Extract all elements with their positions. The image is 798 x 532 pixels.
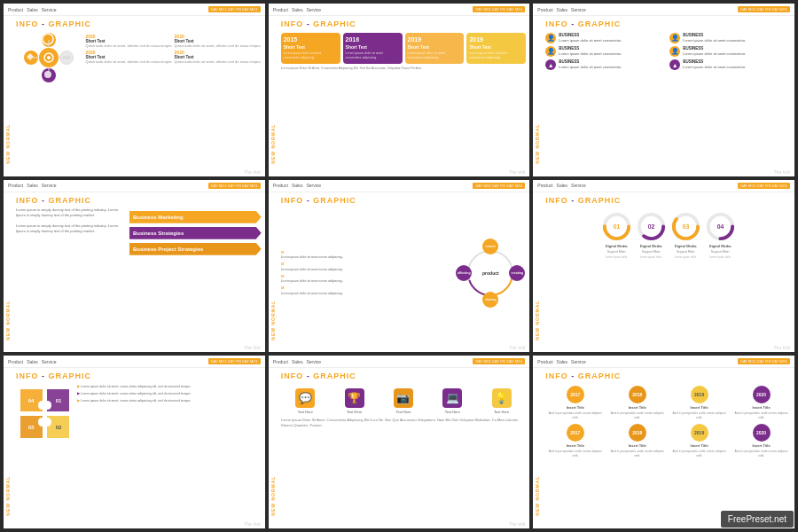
timeline-text-1-2: And in perspiciatis unde omnis adipisci … [607,411,667,420]
cycle-diagram: master creating sharing affecting produc… [455,238,526,309]
slide-2-body: NEW NORMAL INFO - GRAPHIC 2015 Short Tex… [269,16,530,168]
bulb-icon: 💡 [492,388,512,408]
ribbon-1: Business Marketing [129,211,262,223]
icon-row-1: 👤 BUSINESSLorem ipsum dolor sit amet con… [545,33,667,43]
card-4: 2019 Short Text Lorem ipsum dolor sit am… [466,33,526,64]
icon-col-3: 📷 Text Here [394,388,413,414]
nav-sales-8[interactable]: Sales [292,359,303,364]
timeline-label-2-2: Insert Title [629,443,646,448]
slide-1-header: Product Sales Service DAY MO1 DAY FRI DA… [4,4,265,16]
slide-7: Product Sales Service DAY MO1 DAY FRI DA… [4,356,265,528]
nav-service[interactable]: Service [42,7,57,12]
puzzle-graphic: 04 01 03 02 [16,385,74,442]
svg-text:03: 03 [682,223,689,230]
nav-sales-2[interactable]: Sales [292,7,303,12]
slide-1-footer: The Volt [4,168,265,176]
text-block-3: 2020 Short Text Quisit icula dolor sit a… [86,50,173,64]
nav-product-5[interactable]: Product [273,183,288,188]
nav-service-3[interactable]: Service [571,7,586,12]
cards-row: 2015 Short Text Lorem ipsum dolor sit am… [281,33,527,64]
nav-product-7[interactable]: Product [8,359,23,364]
nav-service-6[interactable]: Service [571,183,586,188]
timeline-circle-1-2: 2018 [629,386,646,403]
nav-sales-6[interactable]: Sales [557,183,568,188]
nav-service-4[interactable]: Service [42,183,57,188]
cycle-node-left: affecting [456,265,472,281]
nav-tabs-9: Product Sales Service [537,359,585,364]
card-4-year: 2019 [469,36,523,43]
timeline-row-2: 2017 Insert Title And in perspiciatis un… [545,424,791,458]
nav-tabs: Product Sales Service [8,7,56,12]
slide-6-content: INFO - GRAPHIC 01 Digital Media Support … [542,192,794,344]
nav-product-3[interactable]: Product [537,7,552,12]
nav-tabs-5: Product Sales Service [273,183,321,188]
card-3-year: 2019 [408,36,462,43]
nav-tabs-8: Product Sales Service [273,359,321,364]
cycle-node-bottom: sharing [482,292,498,308]
side-label-3: NEW NORMAL [533,16,542,168]
icon-col-5: 💡 Text Here [492,388,512,414]
timeline-label-1-2: Insert Title [629,405,646,410]
card-3-text: Lorem ipsum dolor sit amet consectetur a… [408,51,462,60]
icon-4: 👤 [669,46,680,57]
slide-9: Product Sales Service DAY MO1 DAY FRI DA… [533,356,794,528]
slide-9-body: NEW NORMAL INFO - GRAPHIC 2017 Insert Ti… [533,368,794,520]
nav-service-2[interactable]: Service [306,7,321,12]
nav-sales[interactable]: Sales [27,7,38,12]
icon-row-3: 👤 BUSINESSLorem ipsum dolor sit amet con… [545,46,667,57]
slide-2-header: Product Sales Service DAY MO1 DAY FRI DA… [269,4,530,16]
nav-service-8[interactable]: Service [306,359,321,364]
slide-8: Product Sales Service DAY MO1 DAY FRI DA… [269,356,530,528]
slide-3-content: INFO - GRAPHIC 👤 BUSINESSLorem ipsum dol… [542,16,794,168]
slide-4-text: Lorem ipsum is simply dummy text of the … [16,207,126,255]
nav-sales-7[interactable]: Sales [27,359,38,364]
trophy-icon: 🏆 [345,388,364,408]
slide-5-side-text: 01Lorem ipsum dolor sit amet conse adipi… [281,251,452,296]
slide-5: Product Sales Service DAY MO1 DAY FRI DA… [269,180,530,353]
slide-4-content: INFO - GRAPHIC Lorem ipsum is simply dum… [12,192,265,344]
nav-product-4[interactable]: Product [8,183,23,188]
card-2-year: 2018 [346,36,400,43]
icon-col-1: 💬 Text Here [295,388,315,414]
side-label-8: NEW NORMAL [269,368,278,520]
nav-sales-3[interactable]: Sales [557,7,568,12]
nav-tabs-7: Product Sales Service [8,359,56,364]
nav-product-6[interactable]: Product [537,183,552,188]
timeline-col-1-1: 2017 Insert Title And in perspiciatis un… [545,386,605,420]
card-1-label: Short Text [284,44,338,50]
slide-7-title: INFO - GRAPHIC [16,372,262,380]
laptop-icon: 💻 [442,388,462,408]
nav-service-9[interactable]: Service [571,359,586,364]
icon-6: ▲ [669,59,680,70]
nav-product-2[interactable]: Product [273,7,288,12]
timeline-col-2-3: 2019 Insert Title And in perspiciatis un… [669,424,729,458]
side-label: NEW NORMAL [4,16,12,168]
nav-service-7[interactable]: Service [42,359,57,364]
nav-sales-4[interactable]: Sales [27,183,38,188]
card-1-year: 2015 [284,36,338,43]
timeline-circle-1-1: 2017 [567,386,584,403]
slide-4-title: INFO - GRAPHIC [16,196,262,205]
donut-4-num: Digital Media [709,244,732,248]
donut-4-text: Lorem ipsum dolor [709,255,732,259]
timeline-label-1-4: Insert Title [752,405,770,410]
timeline-col-2-4: 2020 Insert Title And in perspiciatis un… [732,424,791,458]
nav-service-5[interactable]: Service [306,183,321,188]
svg-text:01: 01 [613,223,620,230]
icon-2: 👤 [669,33,680,43]
slide-1: Product Sales Service DAY MO1 DAY FRI DA… [4,4,265,176]
nav-product-9[interactable]: Product [537,359,552,364]
date-tag-4: DAY MO1 DAY FRI DAY MO1 [208,183,261,189]
nav-sales-9[interactable]: Sales [557,359,568,364]
timeline-text-2-3: And in perspiciatis unde omnis adipisci … [669,450,729,458]
icon-3: 👤 [545,46,556,57]
nav-product-8[interactable]: Product [273,359,288,364]
nav-sales-5[interactable]: Sales [292,183,303,188]
nav-product[interactable]: Product [8,7,23,12]
icon-5: ▲ [545,59,556,70]
slide-8-title: INFO - GRAPHIC [281,372,527,380]
donut-2: 02 Digital Media Support Main Lorem ipsu… [636,211,667,259]
puzzle-area: 04 01 03 02 ▶ Lorem ipsum dolor sit amet… [16,385,262,442]
svg-text:01: 01 [56,398,62,403]
icon-row-6: ▲ BUSINESSLorem ipsum dolor sit amet con… [669,59,791,70]
